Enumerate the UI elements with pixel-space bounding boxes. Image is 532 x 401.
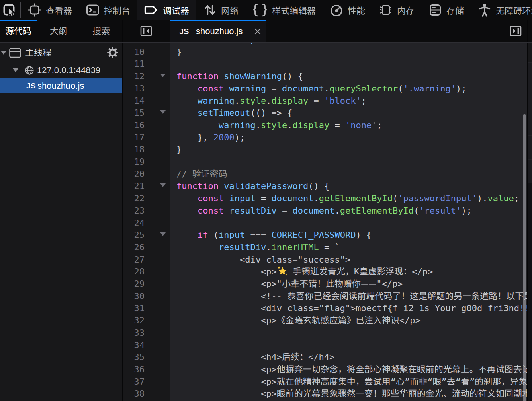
code-text: resultDiv.innerHTML = ` — [176, 240, 340, 253]
code-line-22[interactable]: 22 const input = document.getElementById… — [123, 191, 527, 204]
code-line-13[interactable]: 13 const warning = document.querySelecto… — [123, 82, 527, 94]
line-number[interactable]: 24 — [123, 216, 145, 228]
code-line-24[interactable]: 24 — [123, 216, 527, 228]
code-line-34[interactable]: 34 — [123, 338, 527, 350]
file-tab[interactable]: JS shouzhuo.js — [170, 20, 266, 42]
tree-item-node-1[interactable]: 127.0.0.1:44839 — [0, 62, 122, 78]
toolbar-tab-memory[interactable]: 内存 — [372, 0, 421, 20]
twisty-expanded-icon[interactable] — [13, 68, 18, 72]
line-number[interactable]: 12 — [123, 69, 145, 82]
line-number[interactable]: 38 — [123, 387, 145, 399]
twisty-expanded-icon[interactable] — [1, 51, 6, 55]
toolbar-tab-storage[interactable]: 存储 — [421, 0, 471, 20]
close-tab-icon[interactable] — [252, 26, 263, 37]
toolbar-tab-network[interactable]: 网络 — [196, 0, 245, 20]
code-line-11[interactable]: 11 — [123, 57, 527, 69]
toolbar-tab-inspector[interactable]: 查看器 — [21, 0, 79, 20]
panel-tab-outline[interactable]: 大纲 — [37, 20, 80, 42]
line-number[interactable]: 14 — [123, 94, 145, 106]
line-number[interactable]: 20 — [123, 167, 145, 179]
token-pln — [176, 105, 198, 118]
code-line-16[interactable]: 16 warning.style.display = 'none'; — [123, 118, 527, 130]
code-line-12[interactable]: 12function showWarning() { — [123, 69, 527, 82]
line-number[interactable]: 17 — [123, 130, 145, 143]
line-number[interactable]: 23 — [123, 204, 145, 216]
code-line-14[interactable]: 14 warning.style.display = 'block'; — [123, 94, 527, 106]
token-pln — [176, 191, 198, 204]
code-line-26[interactable]: 26 resultDiv.innerHTML = ` — [123, 240, 527, 253]
line-number[interactable]: 18 — [123, 142, 145, 155]
code-line-15[interactable]: 15 setTimeout(() => { — [123, 106, 527, 118]
right-panel-splitter[interactable] — [527, 20, 528, 401]
code-line-38[interactable]: 38 <p>眼前的光幕景象骤然一变！那些华丽的金光、流动的符文如同潮水 — [123, 387, 527, 399]
code-line-37[interactable]: 37 <p>就在他精神高度集中，尝试用“心”而非“眼”去“看”的刹那，异象 — [123, 375, 527, 387]
fold-arrow-icon[interactable] — [160, 110, 166, 114]
line-number[interactable]: 25 — [123, 228, 145, 240]
line-number[interactable]: 35 — [123, 350, 145, 362]
code-line-36[interactable]: 36 <p>他摒弃一切杂念，将全部心神凝聚在眼前的光幕上。不再试图去记 — [123, 362, 527, 375]
line-number[interactable]: 30 — [123, 289, 145, 302]
code-line-21[interactable]: 21function validatePassword() { — [123, 179, 527, 191]
line-number[interactable]: 32 — [123, 313, 145, 326]
editor-scrollbar[interactable] — [523, 114, 526, 401]
line-number[interactable]: 34 — [123, 338, 145, 350]
toolbar-tab-performance[interactable]: 性能 — [323, 0, 372, 20]
line-number[interactable]: 26 — [123, 240, 145, 253]
code-line-25[interactable]: 25 if (input === CORRECT_PASSWORD) { — [123, 228, 527, 240]
line-number[interactable]: 13 — [123, 82, 145, 94]
line-number[interactable]: 36 — [123, 362, 145, 375]
toolbar-tab-accessibility[interactable]: 无障碍环境 — [471, 0, 532, 20]
code-line-30[interactable]: 30 <!-- 恭喜你已经会阅读前端代码了！这是解题的另一条道路！以下是 — [123, 289, 527, 302]
code-line-28[interactable]: 28 <p> 手镯迸发青光，K皇虚影浮现：</p> — [123, 265, 527, 277]
sources-settings-button[interactable] — [103, 43, 122, 62]
code-line-35[interactable]: 35 <h4>后续：</h4> — [123, 350, 527, 362]
toolbar-bottom-border — [0, 42, 532, 43]
line-number[interactable]: 11 — [123, 57, 145, 69]
source-editor[interactable]: 9 input10}1112function showWarning() {13… — [123, 43, 527, 401]
toolbar-tab-label: 存储 — [446, 4, 464, 16]
code-line-18[interactable]: 18} — [123, 142, 527, 155]
right-panel-section — [528, 160, 532, 183]
expand-panes-button[interactable] — [510, 25, 522, 37]
toolbar-tab-debugger[interactable]: 调试器 — [137, 0, 196, 20]
code-line-10[interactable]: 10} — [123, 45, 527, 57]
toolbar-tab-console[interactable]: 控制台 — [79, 0, 137, 20]
memory-icon — [379, 3, 393, 17]
code-line-32[interactable]: 32 <p>《金曦玄轨感应篇》已注入神识</p> — [123, 313, 527, 326]
code-line-23[interactable]: 23 const resultDiv = document.getElement… — [123, 204, 527, 216]
code-line-33[interactable]: 33 — [123, 326, 527, 338]
line-number[interactable]: 31 — [123, 301, 145, 313]
collapse-sidebar-button[interactable] — [140, 25, 152, 37]
line-number[interactable]: 19 — [123, 155, 145, 167]
token-str: 'passwordInput' — [398, 191, 477, 204]
tree-item-label: 主线程 — [25, 43, 51, 62]
toolbar-tab-styleeditor[interactable]: 样式编辑器 — [245, 0, 323, 20]
line-number[interactable]: 37 — [123, 375, 145, 387]
pick-element-button[interactable] — [0, 0, 20, 20]
line-number[interactable]: 28 — [123, 265, 145, 277]
line-number[interactable]: 15 — [123, 106, 145, 118]
code-text: } — [176, 45, 182, 57]
panel-tab-sources[interactable]: 源代码 — [0, 20, 37, 42]
panel-tab-search[interactable]: 搜索 — [80, 20, 122, 42]
code-line-27[interactable]: 27 <div class="success"> — [123, 253, 527, 265]
js-file-icon: JS — [179, 20, 189, 43]
line-number[interactable]: 27 — [123, 253, 145, 265]
line-number[interactable]: 16 — [123, 118, 145, 130]
line-number[interactable]: 21 — [123, 179, 145, 191]
code-line-31[interactable]: 31 <div class="flag">moectf{f_i2_1s_Your… — [123, 301, 527, 313]
line-number[interactable]: 33 — [123, 326, 145, 338]
line-number[interactable]: 10 — [123, 45, 145, 57]
code-line-20[interactable]: 20// 验证密码 — [123, 167, 527, 179]
code-line-29[interactable]: 29 <p>"小辈不错！此物赠你——"</p> — [123, 277, 527, 289]
tree-item-file-2[interactable]: JSshouzhuo.js — [0, 78, 122, 93]
token-tpl: <h4>后续：</h4> — [176, 350, 334, 362]
line-number[interactable]: 22 — [123, 191, 145, 204]
fold-arrow-icon[interactable] — [160, 232, 166, 236]
line-number[interactable]: 29 — [123, 277, 145, 289]
code-line-19[interactable]: 19 — [123, 155, 527, 167]
fold-arrow-icon[interactable] — [160, 74, 166, 77]
fold-arrow-icon[interactable] — [160, 183, 166, 187]
sidebar-splitter[interactable] — [122, 20, 123, 401]
code-line-17[interactable]: 17 }, 2000); — [123, 130, 527, 143]
